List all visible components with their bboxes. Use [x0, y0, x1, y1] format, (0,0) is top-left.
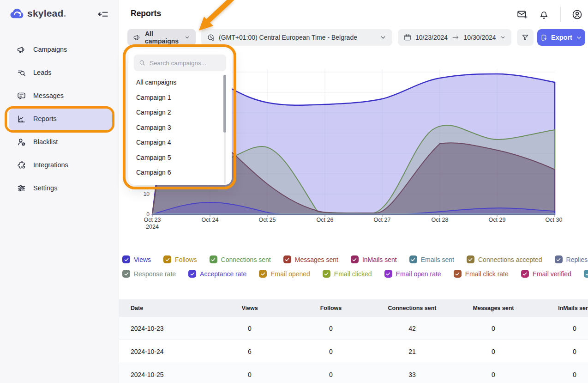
page-title: Reports [131, 9, 161, 18]
legend-item-email-opened[interactable]: Email opened [259, 270, 310, 278]
cell-messages-sent: 0 [453, 363, 534, 383]
checkbox-checked-icon[interactable] [384, 270, 392, 278]
cell-inmails-sent: 0 [534, 363, 588, 383]
legend-item-views[interactable]: Views [122, 255, 151, 263]
filter-button[interactable] [517, 29, 534, 46]
campaign-search-box[interactable] [134, 55, 226, 71]
checkbox-checked-icon[interactable] [283, 255, 291, 263]
legend-item-response-rate[interactable]: Response rate [122, 270, 176, 278]
legend-item-messages-sent[interactable]: Messages sent [283, 255, 338, 263]
cell-date: 2024-10-23 [119, 317, 209, 340]
dropdown-item-campaign-6[interactable]: Campaign 6 [128, 165, 232, 180]
column-header-date: Date [119, 299, 209, 317]
checkbox-checked-icon[interactable] [584, 270, 588, 278]
legend-item-email-verified[interactable]: Email verified [521, 270, 571, 278]
legend-item-acceptance-rate[interactable]: Acceptance rate [188, 270, 246, 278]
arrow-right-icon [451, 34, 460, 41]
checkbox-checked-icon[interactable] [467, 255, 474, 263]
campaign-list: All campaigns Campaign 1 Campaign 2 Camp… [128, 75, 232, 183]
dropdown-item-all-campaigns[interactable]: All campaigns [128, 75, 232, 90]
checkbox-checked-icon[interactable] [323, 270, 330, 278]
legend-item-email-click-rate[interactable]: Email click rate [454, 270, 509, 278]
legend-item-inmails-sent[interactable]: InMails sent [351, 255, 397, 263]
export-doc-icon [540, 34, 548, 42]
table-row[interactable]: 2024-10-23 0 0 42 0 0 [119, 317, 588, 340]
legend-item-follows[interactable]: Follows [163, 255, 197, 263]
cell-views: 0 [209, 317, 290, 340]
brand-dot: . [63, 8, 66, 18]
export-button[interactable]: Export [537, 29, 585, 46]
sidebar-item-campaigns[interactable]: Campaigns [0, 38, 119, 61]
skylead-cloud-icon [10, 7, 24, 19]
mail-plus-icon[interactable] [516, 9, 528, 20]
checkbox-checked-icon[interactable] [259, 270, 267, 278]
dropdown-item-campaign-3[interactable]: Campaign 3 [128, 120, 232, 135]
megaphone-icon [17, 45, 26, 55]
timezone-label: (GMT+01:00) Central European Time - Belg… [219, 34, 357, 41]
sidebar-item-blacklist[interactable]: Blacklist [0, 130, 119, 153]
svg-text:Oct 25: Oct 25 [259, 217, 276, 223]
checkbox-checked-icon[interactable] [409, 255, 417, 263]
report-table: Date Views Follows Connections sent Mess… [119, 299, 588, 383]
checkbox-checked-icon[interactable] [122, 270, 130, 278]
date-range-picker[interactable]: 10/23/2024 10/30/2024 [398, 29, 511, 46]
legend-item-connections-sent[interactable]: Connections sent [210, 255, 271, 263]
date-to: 10/30/2024 [464, 34, 496, 41]
chat-bubble-icon [17, 91, 26, 101]
legend-item-connections-accepted[interactable]: Connections accepted [467, 255, 542, 263]
chart-legend-row-2: Response rate Acceptance rate Email open… [122, 270, 588, 278]
legend-item-email-clicked[interactable]: Email clicked [323, 270, 372, 278]
cell-inmails-sent: 0 [534, 317, 588, 340]
dropdown-item-campaign-4[interactable]: Campaign 4 [128, 135, 232, 150]
svg-text:2024: 2024 [146, 224, 159, 230]
brand-name: skylead. [27, 8, 66, 19]
sidebar: skylead. Campaigns Leads Messages Report… [0, 0, 119, 383]
search-icon [138, 59, 146, 67]
sidebar-item-leads[interactable]: Leads [0, 61, 119, 84]
dropdown-item-campaign-2[interactable]: Campaign 2 [128, 105, 232, 120]
sidebar-item-integrations[interactable]: Integrations [0, 153, 119, 176]
app-window: skylead. Campaigns Leads Messages Report… [0, 0, 588, 383]
dropdown-item-campaign-1[interactable]: Campaign 1 [128, 90, 232, 105]
chevron-down-icon [379, 34, 387, 41]
dropdown-item-campaign-5[interactable]: Campaign 5 [128, 150, 232, 165]
table-row[interactable]: 2024-10-24 6 0 21 0 0 [119, 340, 588, 363]
table-row[interactable]: 2024-10-25 0 0 33 0 0 [119, 363, 588, 383]
legend-item-emails-sent[interactable]: Emails sent [409, 255, 454, 263]
cell-date: 2024-10-24 [119, 340, 209, 363]
leads-search-icon [17, 68, 26, 78]
timezone-select[interactable]: (GMT+01:00) Central European Time - Belg… [201, 29, 392, 46]
sidebar-item-label: Leads [33, 69, 52, 76]
search-input[interactable] [150, 60, 222, 67]
column-header-messages-sent: Messages sent [453, 299, 534, 317]
checkbox-checked-icon[interactable] [188, 270, 196, 278]
checkbox-checked-icon[interactable] [122, 255, 130, 263]
checkbox-checked-icon[interactable] [163, 255, 171, 263]
account-icon[interactable] [571, 9, 583, 20]
legend-item-email-open-rate[interactable]: Email open rate [384, 270, 441, 278]
cell-connections-sent: 21 [372, 340, 453, 363]
sidebar-item-messages[interactable]: Messages [0, 84, 119, 107]
checkbox-checked-icon[interactable] [210, 255, 217, 263]
funnel-icon [521, 33, 529, 42]
x-axis-labels: Oct 23 2024 Oct 24 Oct 25 Oct 26 Oct 27 … [144, 217, 563, 230]
column-header-connections-sent: Connections sent [372, 299, 453, 317]
column-header-inmails-sent: InMails sent [534, 299, 588, 317]
sidebar-item-settings[interactable]: Settings [0, 176, 119, 200]
sidebar-item-label: Messages [33, 92, 64, 99]
checkbox-checked-icon[interactable] [454, 270, 462, 278]
sidebar-item-label: Blacklist [33, 138, 58, 146]
legend-item-replies-received[interactable]: Replies received [555, 255, 588, 263]
checkbox-checked-icon[interactable] [555, 255, 563, 263]
checkbox-checked-icon[interactable] [521, 270, 529, 278]
checkbox-checked-icon[interactable] [351, 255, 359, 263]
sidebar-collapse-icon[interactable] [97, 8, 109, 20]
sidebar-item-reports[interactable]: Reports [0, 107, 119, 130]
cell-views: 6 [209, 340, 290, 363]
svg-text:Oct 27: Oct 27 [374, 217, 391, 223]
legend-item-bounce-rate[interactable]: Bounce rate [584, 270, 588, 278]
cell-follows: 0 [290, 340, 372, 363]
bell-icon[interactable] [538, 9, 550, 20]
scrollbar-thumb[interactable] [223, 75, 226, 133]
campaign-filter-button[interactable]: All campaigns [127, 29, 196, 46]
